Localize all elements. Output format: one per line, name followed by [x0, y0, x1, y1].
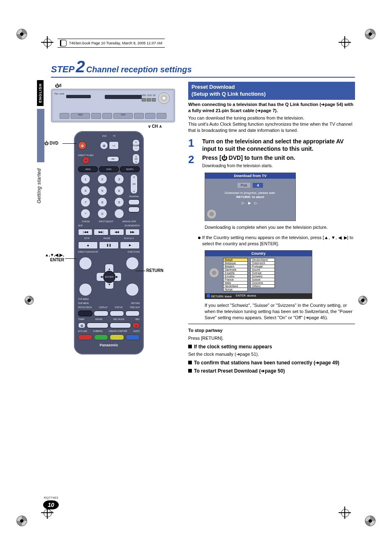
- register-mark-icon: [16, 516, 27, 526]
- bullet-icon: [198, 237, 201, 239]
- blue-button[interactable]: [126, 334, 140, 340]
- num-2-button[interactable]: 2: [97, 174, 107, 184]
- intro-body: You can download the tuning positions fr…: [188, 115, 355, 134]
- rec-button[interactable]: ●: [132, 322, 140, 328]
- remote-diagram: ⏻ DVD ▲,▼,◀,▶, ENTER RETURN DVD: [66, 131, 144, 355]
- ch-indicator: ∨ CH ∧: [37, 124, 177, 129]
- ch-rocker[interactable]: ∧CH∨: [132, 154, 140, 164]
- rec-mode-label: REC MODE: [113, 318, 125, 320]
- num-star-button[interactable]: *: [81, 209, 90, 219]
- step-2-text: Press [⏻ DVD] to turn the unit on. Downl…: [202, 154, 295, 168]
- rec-mode-button[interactable]: [110, 322, 131, 328]
- direct-navigator-label: DIRECT NAVIGATOR: [78, 251, 98, 253]
- to-stop-body: Press [RETURN].: [188, 335, 355, 341]
- time-slip-button[interactable]: [125, 311, 140, 316]
- dpad: ▲ ▼ ◀ ▶ ENTER: [96, 264, 122, 289]
- country-item[interactable]: Others: [250, 284, 275, 288]
- page: 7463en.book Page 10 Tuesday, March 8, 20…: [0, 0, 392, 555]
- rec-label: REC: [135, 318, 140, 320]
- step-2-subtext: Downloading from the television starts.: [202, 163, 295, 168]
- to-stop-heading: To stop partway: [188, 327, 355, 334]
- device-small-label: HDD DVD SD: [142, 94, 156, 97]
- functions-label: FUNCTIONS: [128, 251, 140, 253]
- osd-footer-return: RETURN: leave: [211, 295, 232, 298]
- callout-return: RETURN: [146, 268, 164, 273]
- device-front-panel: Pan sonic HDD DVD SD HDD DVD: [51, 89, 175, 122]
- functions-button[interactable]: [126, 257, 139, 270]
- num-9-button[interactable]: 9: [114, 197, 124, 207]
- volume-rocker[interactable]: ＋VOLUME－: [132, 139, 140, 152]
- green-button[interactable]: [94, 334, 108, 340]
- timer-label: TIMER: [78, 318, 85, 320]
- audio-label: AUDIO: [133, 330, 140, 332]
- yellow-button[interactable]: [110, 334, 124, 340]
- crop-mark-icon: [41, 36, 53, 48]
- confirm-heading: To confirm that stations have been tuned…: [188, 360, 355, 366]
- num-5-button[interactable]: 5: [97, 186, 107, 196]
- return-button[interactable]: [126, 283, 139, 296]
- showview-button[interactable]: [128, 199, 140, 205]
- clock-body: Set the clock manually (➜page 51).: [188, 351, 355, 357]
- enter-button[interactable]: ENTER: [103, 271, 115, 283]
- direct-navigator-button[interactable]: [79, 257, 92, 270]
- callout-dvd: ⏻ DVD: [44, 141, 58, 145]
- right-column: Preset Download (Setup with Q Link funct…: [188, 82, 355, 375]
- after-osd1-text: Downloading is complete when you see the…: [205, 224, 355, 230]
- num-0-button[interactable]: 0: [97, 209, 107, 219]
- display-button[interactable]: [94, 311, 108, 316]
- country-item[interactable]: Norge: [223, 288, 248, 291]
- cancel-label: CANCEL: [82, 221, 90, 223]
- timer-button[interactable]: ⏻: [78, 322, 85, 328]
- pause-button[interactable]: ❚❚: [99, 242, 119, 249]
- drive-dvd-button[interactable]: DVD: [99, 166, 119, 172]
- rqt-code: RQT7463: [41, 496, 61, 500]
- slow-search-label: SLOW/SEARCH: [125, 225, 140, 227]
- erase-label: ERASE: [95, 318, 102, 320]
- blue-square-icon: [207, 294, 210, 297]
- drive-sdpc-button[interactable]: SD/PC: [120, 166, 140, 172]
- page-footer: RQT7463 10 10: [41, 496, 61, 514]
- osd-country-title: Country: [205, 251, 312, 256]
- av-button[interactable]: AV: [107, 156, 119, 162]
- enter-icon: [209, 268, 219, 278]
- red-button[interactable]: [78, 334, 92, 340]
- sub-menu-button[interactable]: [79, 283, 92, 296]
- num-8-button[interactable]: 8: [97, 197, 107, 207]
- power-tv-button[interactable]: ⏻: [100, 141, 108, 150]
- num-3-button[interactable]: 3: [114, 174, 124, 184]
- pause-label: PAUSE: [104, 237, 111, 240]
- page-number-sub: 10: [41, 510, 61, 514]
- register-mark-icon: [16, 29, 27, 39]
- top-menu-label: TOP MENU: [78, 298, 89, 300]
- callout-enter: ▲,▼,◀,▶, ENTER: [41, 253, 64, 263]
- skip-prev-button[interactable]: |◀◀: [78, 229, 92, 235]
- drive-hdd-button[interactable]: HDD: [78, 166, 98, 172]
- remote-brand: Panasonic: [78, 343, 140, 347]
- prog-check-button[interactable]: [78, 311, 92, 316]
- osd-footer-enter: ENTER: access: [236, 294, 256, 298]
- play-button[interactable]: ▶: [120, 242, 140, 249]
- step-word: STEP: [51, 64, 74, 74]
- manual-skip-button[interactable]: [128, 207, 140, 212]
- num-4-button[interactable]: 4: [81, 186, 90, 196]
- after-osd2-text: If you select "Schweiz", "Suisse" or "Sv…: [205, 302, 355, 321]
- num-6-button[interactable]: 6: [114, 186, 124, 196]
- register-mark-icon: [358, 296, 367, 305]
- status-button[interactable]: [110, 311, 124, 316]
- ch-rocker-2[interactable]: ∧CH∨: [130, 174, 138, 194]
- left-column: ⏻/I Pan sonic HDD DVD SD HDD DVD: [37, 82, 177, 375]
- erase-button[interactable]: [87, 322, 108, 328]
- country-column-2: Deutschland Österreich Portugal Suomi Sv…: [250, 258, 275, 291]
- step-number: 2: [76, 58, 85, 76]
- forward-button[interactable]: ▶▶: [125, 229, 140, 235]
- blank-button[interactable]: [114, 209, 124, 219]
- stop-button[interactable]: ■: [78, 242, 98, 249]
- power-dvd-button[interactable]: ⏻: [78, 141, 86, 150]
- num-7-button[interactable]: 7: [81, 197, 90, 207]
- num-1-button[interactable]: 1: [81, 174, 90, 184]
- skip-next-button[interactable]: ▶▶|: [94, 229, 108, 235]
- direct-tv-rec-button[interactable]: ●: [82, 157, 90, 164]
- direct-tv-rec-label: DIRECT TV REC: [78, 154, 94, 157]
- rewind-button[interactable]: ◀◀: [110, 229, 124, 235]
- tv-mode-button[interactable]: ▭: [109, 141, 119, 150]
